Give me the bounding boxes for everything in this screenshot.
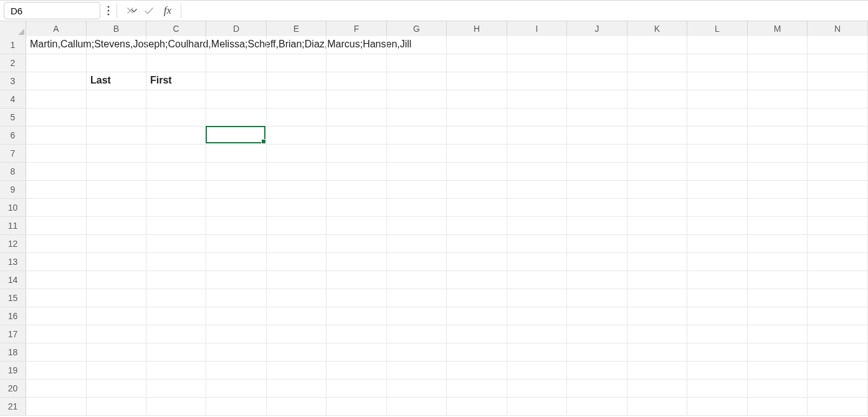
cell-F2[interactable] — [327, 54, 387, 72]
cell-G1[interactable] — [387, 36, 447, 54]
cell-E8[interactable] — [267, 163, 327, 181]
cell-G16[interactable] — [387, 307, 447, 325]
row-header-1[interactable]: 1 — [0, 36, 26, 54]
cell-B12[interactable] — [87, 235, 146, 253]
cell-A17[interactable] — [26, 325, 87, 343]
cell-H7[interactable] — [447, 145, 507, 163]
cell-N16[interactable] — [808, 307, 868, 325]
cell-K4[interactable] — [627, 90, 687, 108]
cell-I2[interactable] — [507, 54, 567, 72]
cell-I21[interactable] — [507, 398, 567, 416]
cell-K11[interactable] — [627, 217, 687, 235]
cell-M12[interactable] — [748, 235, 808, 253]
cell-B19[interactable] — [87, 362, 146, 380]
cell-D18[interactable] — [206, 343, 267, 362]
cell-H9[interactable] — [447, 181, 507, 199]
cell-L17[interactable] — [687, 325, 748, 343]
cell-M21[interactable] — [748, 398, 808, 416]
cell-K13[interactable] — [627, 253, 687, 271]
cell-G9[interactable] — [387, 181, 447, 199]
row-header-14[interactable]: 14 — [0, 271, 26, 289]
cell-L10[interactable] — [687, 199, 748, 217]
cell-L7[interactable] — [687, 145, 748, 163]
cell-K8[interactable] — [627, 163, 687, 181]
cell-G17[interactable] — [387, 325, 447, 343]
cell-I1[interactable] — [507, 36, 567, 54]
cell-L20[interactable] — [687, 380, 748, 398]
column-header-D[interactable]: D — [206, 21, 267, 36]
cell-D13[interactable] — [206, 253, 267, 271]
row-header-8[interactable]: 8 — [0, 163, 26, 181]
column-header-J[interactable]: J — [567, 21, 627, 36]
cell-D17[interactable] — [206, 325, 267, 343]
cell-K3[interactable] — [627, 72, 687, 90]
cell-N20[interactable] — [808, 380, 868, 398]
cell-C16[interactable] — [146, 307, 206, 325]
cell-H4[interactable] — [447, 90, 507, 108]
cell-I19[interactable] — [507, 362, 567, 380]
cell-K1[interactable] — [627, 36, 687, 54]
row-header-10[interactable]: 10 — [0, 199, 26, 217]
cell-J6[interactable] — [567, 127, 627, 145]
cell-F17[interactable] — [327, 325, 387, 343]
cell-H5[interactable] — [447, 108, 507, 127]
cell-H16[interactable] — [447, 307, 507, 325]
cell-F7[interactable] — [327, 145, 387, 163]
insert-function-button[interactable]: fx — [160, 2, 176, 19]
cell-L21[interactable] — [687, 398, 748, 416]
cell-E14[interactable] — [267, 271, 327, 289]
cell-M20[interactable] — [748, 380, 808, 398]
cell-C21[interactable] — [146, 398, 206, 416]
cell-F14[interactable] — [327, 271, 387, 289]
cell-C13[interactable] — [146, 253, 206, 271]
cell-M19[interactable] — [748, 362, 808, 380]
cell-N10[interactable] — [808, 199, 868, 217]
cell-A3[interactable] — [26, 72, 87, 90]
cell-N1[interactable] — [808, 36, 868, 54]
cell-G13[interactable] — [387, 253, 447, 271]
row-header-9[interactable]: 9 — [0, 181, 26, 199]
cell-G3[interactable] — [387, 72, 447, 90]
cell-L11[interactable] — [687, 217, 748, 235]
cell-M2[interactable] — [748, 54, 808, 72]
cell-F11[interactable] — [327, 217, 387, 235]
cell-A1[interactable]: Martin,Callum;Stevens,Joseph;Coulhard,Me… — [26, 36, 87, 54]
kebab-icon[interactable] — [104, 3, 113, 18]
cell-C14[interactable] — [146, 271, 206, 289]
cell-K18[interactable] — [627, 343, 687, 362]
cell-F19[interactable] — [327, 362, 387, 380]
cell-K6[interactable] — [627, 127, 687, 145]
cell-E11[interactable] — [267, 217, 327, 235]
cell-B7[interactable] — [87, 145, 146, 163]
cell-C15[interactable] — [146, 289, 206, 307]
cell-M13[interactable] — [748, 253, 808, 271]
cell-E16[interactable] — [267, 307, 327, 325]
cell-C20[interactable] — [146, 380, 206, 398]
cell-M14[interactable] — [748, 271, 808, 289]
cell-F6[interactable] — [327, 127, 387, 145]
cell-E15[interactable] — [267, 289, 327, 307]
cell-D2[interactable] — [206, 54, 267, 72]
cell-M6[interactable] — [748, 127, 808, 145]
cell-K20[interactable] — [627, 380, 687, 398]
cell-M10[interactable] — [748, 199, 808, 217]
cell-G15[interactable] — [387, 289, 447, 307]
cell-H14[interactable] — [447, 271, 507, 289]
cell-B16[interactable] — [87, 307, 146, 325]
cell-M18[interactable] — [748, 343, 808, 362]
cell-I4[interactable] — [507, 90, 567, 108]
cell-J19[interactable] — [567, 362, 627, 380]
cell-H19[interactable] — [447, 362, 507, 380]
cell-D14[interactable] — [206, 271, 267, 289]
cell-B18[interactable] — [87, 343, 146, 362]
row-header-7[interactable]: 7 — [0, 145, 26, 163]
cell-J18[interactable] — [567, 343, 627, 362]
cell-J2[interactable] — [567, 54, 627, 72]
cell-E17[interactable] — [267, 325, 327, 343]
cell-J12[interactable] — [567, 235, 627, 253]
cell-I16[interactable] — [507, 307, 567, 325]
cell-E10[interactable] — [267, 199, 327, 217]
cell-L5[interactable] — [687, 108, 748, 127]
cell-A19[interactable] — [26, 362, 87, 380]
cell-N14[interactable] — [808, 271, 868, 289]
